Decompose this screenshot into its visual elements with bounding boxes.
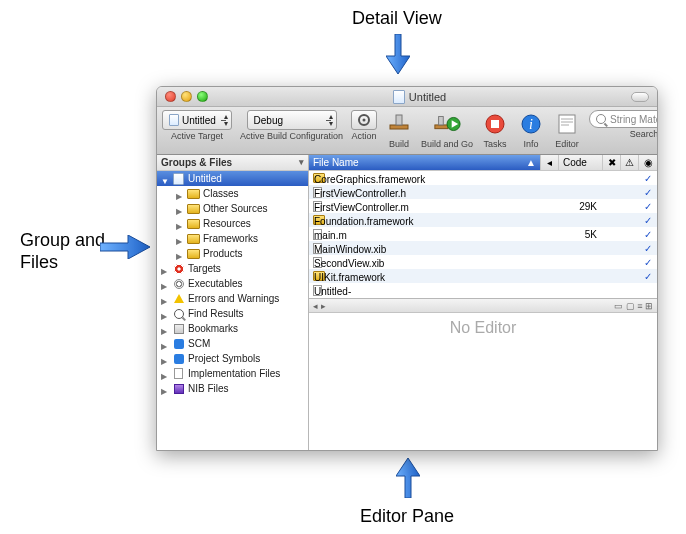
annotation-editor-pane: Editor Pane bbox=[360, 506, 454, 527]
zoom-icon[interactable] bbox=[197, 91, 208, 102]
sidebar-header-menu-icon[interactable]: ▾ bbox=[299, 157, 304, 168]
tree-smart-group[interactable]: Bookmarks bbox=[157, 321, 308, 336]
svg-rect-4 bbox=[435, 125, 448, 129]
build-config-label: Active Build Configuration bbox=[240, 131, 343, 141]
tasks-label: Tasks bbox=[484, 139, 507, 149]
action-button[interactable] bbox=[351, 110, 377, 130]
tree-folder[interactable]: Other Sources bbox=[157, 201, 308, 216]
detail-row[interactable]: SecondView.xib✓ bbox=[309, 255, 657, 269]
tasks-button[interactable] bbox=[481, 110, 509, 138]
tree-smart-group[interactable]: Project Symbols bbox=[157, 351, 308, 366]
search-icon bbox=[596, 114, 606, 124]
col-blank1[interactable]: ◂ bbox=[541, 155, 559, 170]
detail-view: File Name▲ ◂ Code ✖ ⚠ ◉ CoreGraphics.fra… bbox=[309, 155, 657, 299]
tree-smart-group[interactable]: Find Results bbox=[157, 306, 308, 321]
tree-smart-group[interactable]: NIB Files bbox=[157, 381, 308, 396]
tree-smart-group[interactable]: Errors and Warnings bbox=[157, 291, 308, 306]
detail-row[interactable]: FirstViewController.m29K✓ bbox=[309, 199, 657, 213]
detail-row[interactable]: main.m5K✓ bbox=[309, 227, 657, 241]
annotation-detail-view: Detail View bbox=[352, 8, 442, 29]
svg-point-1 bbox=[363, 119, 366, 122]
document-icon bbox=[393, 90, 405, 104]
toolbar-toggle-icon[interactable] bbox=[631, 92, 649, 102]
svg-rect-12 bbox=[559, 115, 575, 133]
arrow-up-icon bbox=[396, 458, 420, 498]
annotation-groups-files-l2: Files bbox=[20, 252, 58, 273]
svg-rect-9 bbox=[491, 120, 499, 128]
col-code[interactable]: Code bbox=[559, 155, 603, 170]
sidebar-header: Groups & Files bbox=[161, 157, 232, 168]
col-status-icon[interactable]: ✖ bbox=[603, 155, 621, 170]
tree-folder[interactable]: Classes bbox=[157, 186, 308, 201]
tree: Untitled ClassesOther SourcesResourcesFr… bbox=[157, 171, 308, 450]
minimize-icon[interactable] bbox=[181, 91, 192, 102]
svg-rect-3 bbox=[396, 115, 402, 125]
build-and-go-label: Build and Go bbox=[421, 139, 473, 149]
build-config-select[interactable]: Debug▴▾ bbox=[247, 110, 337, 130]
info-button[interactable]: i bbox=[517, 110, 545, 138]
search-label: Search bbox=[630, 129, 658, 139]
col-target-icon[interactable]: ◉ bbox=[639, 155, 657, 170]
groups-files-sidebar: Groups & Files▾ Untitled ClassesOther So… bbox=[157, 155, 309, 450]
svg-rect-5 bbox=[439, 117, 444, 125]
build-and-go-button[interactable] bbox=[433, 110, 461, 138]
detail-row[interactable]: UIKit.framework✓ bbox=[309, 269, 657, 283]
detail-row[interactable]: CoreGraphics.framework✓ bbox=[309, 171, 657, 185]
svg-rect-2 bbox=[390, 125, 408, 129]
tree-folder[interactable]: Frameworks bbox=[157, 231, 308, 246]
editor-pane: No Editor bbox=[309, 313, 657, 450]
split-controls-icon[interactable]: ▭ ▢ ≡ ⊞ bbox=[614, 301, 653, 311]
toolbar: Untitled▴▾ Active Target Debug▴▾ Active … bbox=[157, 107, 657, 155]
xcode-window: Untitled Untitled▴▾ Active Target Debug▴… bbox=[156, 86, 658, 451]
window-title: Untitled bbox=[409, 91, 446, 103]
detail-row[interactable]: Untitled-Info.plist bbox=[309, 283, 657, 297]
tree-smart-group[interactable]: SCM bbox=[157, 336, 308, 351]
col-warn-icon[interactable]: ⚠ bbox=[621, 155, 639, 170]
detail-row[interactable]: FirstViewController.h✓ bbox=[309, 185, 657, 199]
build-label: Build bbox=[389, 139, 409, 149]
action-label: Action bbox=[352, 131, 377, 141]
editor-label: Editor bbox=[555, 139, 579, 149]
search-input[interactable]: String Matching bbox=[589, 110, 658, 128]
tree-project-root[interactable]: Untitled bbox=[157, 171, 308, 186]
tree-folder[interactable]: Resources bbox=[157, 216, 308, 231]
close-icon[interactable] bbox=[165, 91, 176, 102]
col-file-name[interactable]: File Name▲ bbox=[309, 155, 541, 170]
tree-smart-group[interactable]: Targets bbox=[157, 261, 308, 276]
active-target-select[interactable]: Untitled▴▾ bbox=[162, 110, 232, 130]
arrow-right-icon bbox=[100, 235, 150, 259]
active-target-label: Active Target bbox=[171, 131, 223, 141]
info-label: Info bbox=[524, 139, 539, 149]
arrow-down-icon bbox=[386, 34, 410, 74]
detail-row[interactable]: MainWindow.xib✓ bbox=[309, 241, 657, 255]
tree-smart-group[interactable]: Implementation Files bbox=[157, 366, 308, 381]
annotation-groups-files-l1: Group and bbox=[20, 230, 105, 251]
svg-text:i: i bbox=[529, 117, 533, 132]
tree-folder[interactable]: Products bbox=[157, 246, 308, 261]
detail-header[interactable]: File Name▲ ◂ Code ✖ ⚠ ◉ bbox=[309, 155, 657, 171]
titlebar[interactable]: Untitled bbox=[157, 87, 657, 107]
nav-arrows-icon[interactable]: ◂ ▸ bbox=[313, 301, 326, 311]
detail-row[interactable]: Foundation.framework✓ bbox=[309, 213, 657, 227]
editor-button[interactable] bbox=[553, 110, 581, 138]
build-button[interactable] bbox=[385, 110, 413, 138]
editor-split-bar[interactable]: ◂ ▸ ▭ ▢ ≡ ⊞ bbox=[309, 299, 657, 313]
